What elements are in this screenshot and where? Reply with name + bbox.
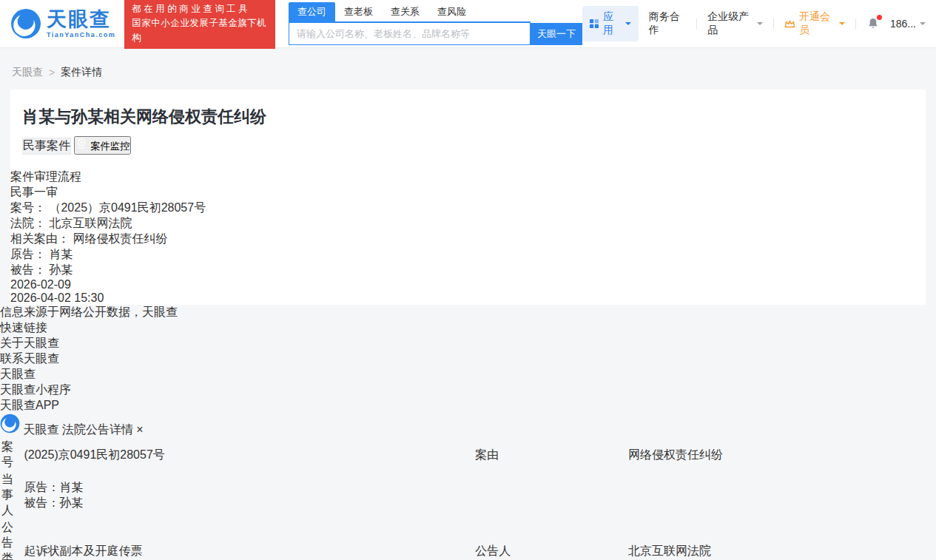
type-label: 公告类型	[1, 520, 22, 560]
case-flow-card: 案件审理流程 民事一审 案号： （2025）京0491民初28057号 法院： …	[10, 169, 926, 305]
search-input[interactable]	[289, 23, 531, 45]
nav-vip[interactable]: 开通会员	[784, 10, 845, 37]
divider	[773, 18, 774, 29]
footer-quick-links[interactable]: 快速链接	[0, 320, 936, 336]
chevron-down-icon	[625, 22, 631, 28]
field-defendant: 被告： 孙某	[10, 263, 926, 278]
modal-header: 天眼查 法院公告详情 ×	[0, 414, 936, 438]
announcer-label: 公告人	[475, 520, 627, 560]
announcer-value: 北京互联网法院	[628, 520, 935, 560]
field-case-number: 案号： （2025）京0491民初28057号	[10, 200, 926, 216]
case-fields: 案号： （2025）京0491民初28057号 法院： 北京互联网法院 相关案由…	[10, 200, 926, 278]
tianyancha-logo-icon	[10, 8, 41, 39]
footer-about[interactable]: 关于天眼查	[0, 336, 936, 351]
party-value: 原告：肖某 被告：孙某	[24, 472, 935, 519]
plaintiff-line: 原告：肖某	[24, 480, 935, 496]
nav-enterprise[interactable]: 企业级产品	[707, 10, 763, 37]
field-value: 网络侵权责任纠纷	[73, 232, 167, 245]
footer-col-label: 天眼查小程序	[0, 383, 71, 396]
field-value: 孙某	[49, 263, 73, 276]
case-no-value: (2025)京0491民初28057号	[24, 439, 474, 470]
stage-title: 民事一审	[10, 186, 58, 198]
divider	[855, 18, 856, 29]
case-type-badge: 民事案件	[22, 138, 71, 155]
slogan-line-1: 都在用的商业查询工具	[132, 2, 268, 16]
search-tab-boss[interactable]: 查老板	[335, 2, 382, 21]
case-monitor-label: 案件监控	[90, 141, 129, 152]
vip-label: 开通会员	[799, 10, 835, 37]
monitor-camera-icon	[75, 138, 87, 149]
cause-value: 网络侵权责任纠纷	[628, 439, 935, 470]
modal-brand: 天眼查	[23, 423, 58, 436]
tianyancha-logo[interactable]: 天眼查 TianYanCha.com	[10, 8, 115, 39]
footer-tianyancha[interactable]: 天眼查	[0, 367, 936, 382]
announcement-table: 案号 (2025)京0491民初28057号 案由 网络侵权责任纠纷 当事人 原…	[0, 438, 936, 560]
table-row: 当事人 原告：肖某 被告：孙某	[1, 472, 935, 519]
page-footer: 快速链接 关于天眼查 联系天眼查 天眼查 天眼查小程序 天眼查APP	[0, 320, 936, 414]
divider	[696, 18, 697, 29]
field-label: 被告：	[10, 263, 46, 276]
timeline-date: 2026-02-09	[10, 278, 71, 291]
chevron-down-icon	[839, 22, 845, 28]
enterprise-label: 企业级产品	[707, 10, 753, 37]
footer-col-label: 联系天眼查	[0, 352, 59, 365]
footer-mini-program[interactable]: 天眼查小程序	[0, 382, 936, 398]
field-court: 法院： 北京互联网法院	[10, 216, 926, 232]
court-announcement-modal: 天眼查 法院公告详情 × 案号 (2025)京0491民初28057号 案由 网…	[0, 414, 936, 560]
timeline-entry: 2026-02-09	[10, 278, 926, 291]
field-value: 北京互联网法院	[49, 217, 132, 229]
crown-icon	[784, 18, 795, 30]
type-value: 起诉状副本及开庭传票	[24, 520, 474, 560]
search-button[interactable]: 天眼一下	[531, 23, 582, 45]
slogan-badge: 都在用的商业查询工具 国家中小企业发展子基金旗下机构	[124, 0, 275, 49]
header-nav: 应用 商务合作 企业级产品 开通会员	[582, 6, 926, 41]
footer-col-label: 快速链接	[0, 321, 47, 334]
timeline-date: 2026-04-02 15:30	[10, 291, 104, 304]
tianyancha-logo-icon	[0, 414, 20, 434]
account-menu[interactable]: 186...	[890, 18, 926, 30]
account-phone: 186...	[890, 18, 916, 30]
field-label: 案号：	[10, 201, 46, 214]
footer-col-label: 关于天眼查	[0, 337, 59, 349]
field-value: （2025）京0491民初28057号	[49, 201, 206, 214]
footer-col-label: 天眼查	[0, 368, 36, 380]
search-tabs: 查公司 查老板 查关系 查风险	[289, 2, 531, 23]
stage-header: 民事一审	[10, 185, 926, 200]
slogan-line-2: 国家中小企业发展子基金旗下机构	[132, 16, 268, 45]
field-plaintiff: 原告： 肖某	[10, 247, 926, 263]
top-header: 天眼查 TianYanCha.com 都在用的商业查询工具 国家中小企业发展子基…	[0, 0, 936, 48]
field-label: 相关案由：	[10, 232, 70, 245]
page-title: 肖某与孙某相关网络侵权责任纠纷	[22, 106, 914, 128]
brand-name: 天眼查	[47, 10, 115, 30]
breadcrumb-home[interactable]: 天眼查	[12, 66, 43, 79]
notifications-button[interactable]	[866, 17, 880, 30]
nav-cooperation[interactable]: 商务合作	[649, 10, 687, 37]
app-grid-icon	[590, 18, 599, 29]
brand-domain: TianYanCha.com	[47, 32, 115, 38]
case-no-label: 案号	[1, 439, 22, 470]
breadcrumb: 天眼查 > 案件详情	[0, 48, 936, 90]
table-row: 公告类型 起诉状副本及开庭传票 公告人 北京互联网法院	[1, 520, 935, 560]
field-cause: 相关案由： 网络侵权责任纠纷	[10, 232, 926, 247]
search-area: 查公司 查老板 查关系 查风险 天眼一下	[289, 2, 582, 45]
modal-title: 法院公告详情	[62, 423, 133, 436]
field-value: 肖某	[49, 248, 73, 260]
table-row: 案号 (2025)京0491民初28057号 案由 网络侵权责任纠纷	[1, 439, 935, 470]
search-tab-company[interactable]: 查公司	[289, 2, 335, 21]
chevron-down-icon	[920, 22, 926, 28]
close-icon[interactable]: ×	[136, 423, 143, 436]
data-source-disclaimer: 信息来源于网络公开数据，天眼查	[0, 305, 936, 320]
footer-contact[interactable]: 联系天眼查	[0, 351, 936, 367]
search-tab-risk[interactable]: 查风险	[428, 2, 475, 21]
cause-label: 案由	[475, 439, 627, 470]
timeline-entry: 2026-04-02 15:30	[10, 291, 926, 305]
defendant-line: 被告：孙某	[24, 496, 935, 511]
party-label: 当事人	[1, 472, 22, 519]
search-tab-relation[interactable]: 查关系	[382, 2, 428, 21]
apps-label: 应用	[603, 10, 621, 37]
breadcrumb-current: 案件详情	[61, 66, 102, 79]
apps-menu[interactable]: 应用	[582, 6, 639, 41]
case-monitor-button[interactable]: 案件监控	[74, 136, 131, 155]
chevron-down-icon	[757, 22, 763, 28]
footer-app[interactable]: 天眼查APP	[0, 398, 936, 414]
